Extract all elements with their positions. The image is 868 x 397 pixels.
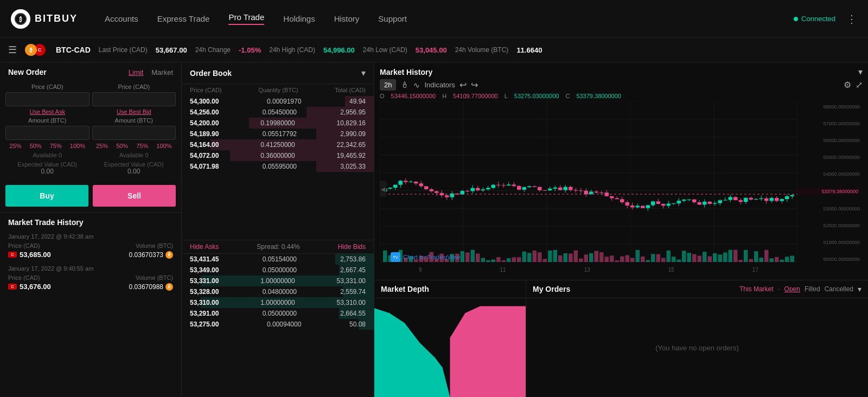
ask-row[interactable]: 54,164.00 0.41250000 22,342.65 [182,139,374,150]
order-book-collapse-icon[interactable]: ▾ [361,68,366,78]
ohlc-o-label: O [380,93,385,99]
filter-cancelled[interactable]: Cancelled [825,285,853,293]
buy-pct-25[interactable]: 25% [10,143,22,149]
ask-row[interactable]: 54,256.00 0.05450000 2,956.95 [182,107,374,118]
spread-row: Hide Asks Spread: 0.44% Hide Bids [182,240,374,254]
mth-title: Market Trade History [8,218,173,227]
nav-express-trade[interactable]: Express Trade [157,14,210,23]
wave-icon[interactable]: ∿ [413,81,420,89]
ask-row[interactable]: 54,072.00 0.36000000 19,465.92 [182,150,374,161]
buy-pct-50[interactable]: 50% [30,143,42,149]
menu-icon[interactable]: ☰ [8,44,17,56]
chart-collapse-icon[interactable]: ▾ [858,67,863,77]
filter-filled[interactable]: Filled [805,285,820,293]
nav-pro-trade[interactable]: Pro Trade [228,12,264,25]
my-orders-title: My Orders [533,285,570,293]
btc-coin-icon: ₿ [25,44,37,56]
buy-pct-75[interactable]: 75% [50,143,62,149]
low-label: 24h Low (CAD) [363,46,407,54]
order-book-panel: Order Book ▾ Price (CAD) Quantity (BTC) … [182,62,374,397]
nav-accounts[interactable]: Accounts [105,14,138,23]
logo[interactable]: ₿ BITBUY [11,9,78,29]
order-forms: Price (CAD) Use Best Ask Amount (BTC) 25… [0,79,181,182]
high-value: 54,996.00 [323,46,355,54]
main-nav: Accounts Express Trade Pro Trade Holding… [105,12,794,25]
settings-icon[interactable]: ⚙ [844,80,851,90]
buy-pct-100[interactable]: 100% [70,143,85,149]
scroll-left-icon[interactable]: ◂ [380,181,386,196]
timeframe-2h-btn[interactable]: 2h [380,79,396,91]
sell-pct-100[interactable]: 100% [156,143,171,149]
redo-icon[interactable]: ↪ [471,80,478,90]
trade-entry-1: January 17, 2022 @ 9:40:55 am Price (CAD… [8,265,173,291]
bid-row[interactable]: 53,291.00 0.05000000 2,664.55 [182,308,374,319]
tab-market[interactable]: Market [151,68,173,76]
nav-history[interactable]: History [334,14,360,23]
sell-price-input[interactable] [92,92,176,106]
ask-row[interactable]: 54,300.00 0.00091970 49.94 [182,96,374,107]
sell-button[interactable]: Sell [93,185,176,207]
candlestick-chart[interactable] [380,101,797,276]
indicators-label[interactable]: Indicators [424,81,455,89]
chart-canvas-container: 58000.00000000 57000.00000000 56000.0000… [380,101,863,276]
undo-icon[interactable]: ↩ [459,80,467,90]
no-orders-message: (You have no open orders) [526,298,868,397]
fullscreen-icon[interactable]: ⤢ [856,80,863,90]
trade-volume-label-0: Volume (BTC) [136,242,173,249]
use-best-ask-link[interactable]: Use Best Ask [5,108,90,115]
filter-open[interactable]: Open [784,285,800,293]
more-options-icon[interactable]: ⋮ [846,12,857,25]
high-label: 24h High (CAD) [269,46,315,54]
trade-volume-label-1: Volume (BTC) [136,274,173,281]
depth-canvas[interactable] [374,298,526,397]
bid-row[interactable]: 53,431.45 0.05154000 2,753.86 [182,254,374,265]
buy-button[interactable]: Buy [5,185,88,207]
ask-row[interactable]: 54,189.90 0.05517792 2,990.09 [182,129,374,139]
sell-amount-input[interactable] [92,126,176,140]
btc-icons: ₿ C [25,44,46,56]
ask-rows: 54,300.00 0.00091970 49.94 54,256.00 0.0… [182,96,374,240]
trade-volume-1: 0.03670988 [129,283,163,291]
use-best-bid-link[interactable]: Use Best Bid [92,108,176,115]
orders-dropdown-icon[interactable]: ▾ [858,285,861,293]
tradingview-text: Chart by TradingView [403,254,460,260]
buy-price-input[interactable] [5,92,90,106]
bid-row[interactable]: 53,275.00 0.00094000 50.08 [182,319,374,330]
depth-chart-area [374,298,526,397]
connection-status: Connected [794,15,835,23]
ohlc-l-value: 53275.03000000 [514,93,559,99]
main-content: New Order Limit Market Price (CAD) Use B… [0,62,868,397]
header: ₿ BITBUY Accounts Express Trade Pro Trad… [0,0,868,38]
nav-holdings[interactable]: Holdings [283,14,315,23]
trade-entry-0: January 17, 2022 @ 9:42:38 am Price (CAD… [8,233,173,259]
tab-limit[interactable]: Limit [129,68,143,76]
candle-type-icon[interactable]: 🕯 [400,80,409,90]
trade-price-0: 53,685.00 [20,251,51,259]
sell-pct-75[interactable]: 75% [136,143,148,149]
ohlc-h-value: 54109.77000000 [453,93,498,99]
bid-row[interactable]: 53,328.00 0.04800000 2,559.74 [182,286,374,297]
hide-asks-link[interactable]: Hide Asks [190,243,219,251]
ask-row[interactable]: 54,200.00 0.19980000 10,829.16 [182,118,374,129]
buy-amount-input[interactable] [5,126,90,140]
market-depth-panel: Market Depth [374,280,526,397]
nav-support[interactable]: Support [378,14,407,23]
col-price: Price (CAD) [190,87,222,93]
book-column-headers: Price (CAD) Quantity (BTC) Total (CAD) [182,84,374,96]
bid-row[interactable]: 53,349.00 0.05000000 2,667.45 [182,265,374,276]
filter-market[interactable]: This Market [739,285,774,293]
bid-rows: 53,431.45 0.05154000 2,753.86 53,349.00 … [182,254,374,398]
sell-form: Price (CAD) Use Best Bid Amount (BTC) 25… [92,84,176,178]
hide-bids-link[interactable]: Hide Bids [338,243,366,251]
trade-date-1: January 17, 2022 @ 9:40:55 am [8,265,173,272]
action-buttons: Buy Sell [0,182,181,212]
ask-row[interactable]: 54,071.98 0.05595000 3,025.33 [182,161,374,172]
sell-pct-50[interactable]: 50% [116,143,128,149]
sell-pct-25[interactable]: 25% [96,143,108,149]
market-trade-history: Market Trade History January 17, 2022 @ … [0,212,181,397]
last-price-value: 53,667.00 [156,46,187,54]
bid-row[interactable]: 53,310.00 1.00000000 53,310.00 [182,297,374,308]
ohlc-c-label: C [565,93,570,99]
bid-row[interactable]: 53,331.00 1.00000000 53,331.00 [182,276,374,286]
ohlc-l-label: L [505,93,508,99]
